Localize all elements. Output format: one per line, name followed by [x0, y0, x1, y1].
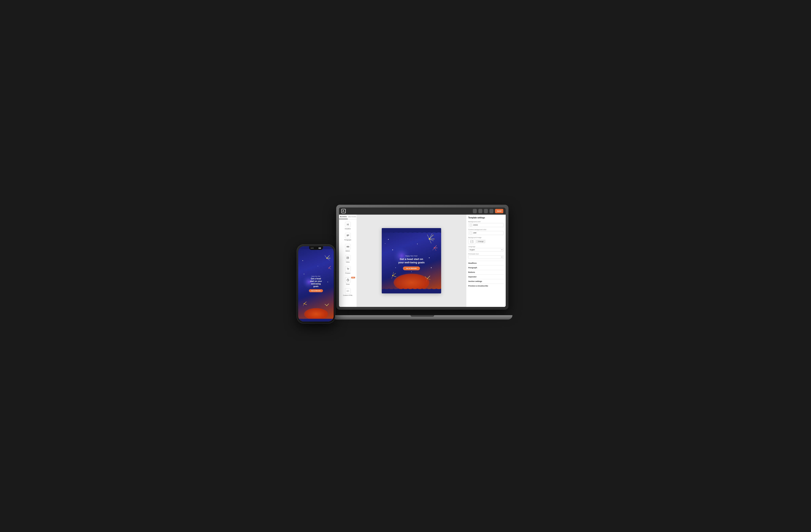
scene: Send BLOCKS SECTIONS H Headline — [296, 205, 515, 328]
svg-point-21 — [433, 234, 434, 235]
paragraph-title: Paragraph — [468, 267, 504, 269]
svg-point-32 — [429, 257, 430, 258]
phone-cta-button[interactable]: Go to Website — [309, 289, 323, 292]
language-label: Language — [468, 246, 504, 247]
pro-badge: PRO — [351, 277, 355, 278]
header-schedule-btn[interactable] — [484, 209, 488, 213]
canvas-area: ✦ ✦ — [357, 215, 466, 307]
svg-point-35 — [431, 267, 432, 268]
content-bg-input[interactable] — [473, 232, 502, 234]
timer-label: Timer — [346, 283, 350, 285]
bg-image-label: Background image — [468, 237, 504, 238]
svg-text:✦: ✦ — [388, 239, 389, 240]
sidebar-item-button[interactable]: Button — [340, 243, 356, 253]
change-image-btn[interactable]: Change — [476, 240, 485, 243]
preheader-label: Preheader text — [468, 253, 504, 255]
button-icon — [345, 244, 351, 249]
app-header: Send — [339, 208, 506, 215]
sidebar-item-video[interactable]: Video — [340, 254, 356, 264]
content-bg-swatch — [470, 232, 472, 234]
svg-line-12 — [348, 280, 349, 280]
tab-blocks[interactable]: BLOCKS — [339, 215, 348, 219]
phone-screen: ✦ — [298, 246, 334, 321]
seperator-title: Seperator — [468, 276, 504, 278]
banner-cta-button[interactable]: Go to Website — [403, 267, 420, 270]
svg-line-19 — [429, 239, 431, 243]
headline-label: Headline — [345, 228, 351, 230]
svg-line-16 — [429, 233, 432, 239]
blocks-sidebar: BLOCKS SECTIONS H Headline — [339, 215, 357, 307]
scallop-bottom — [382, 289, 441, 293]
svg-point-36 — [411, 271, 412, 272]
sidebar-item-html[interactable]: </> Custom HTML — [340, 287, 356, 298]
laptop: Send BLOCKS SECTIONS H Headline — [336, 205, 515, 320]
content-bg-field[interactable] — [468, 231, 504, 235]
app-main: BLOCKS SECTIONS H Headline — [339, 215, 506, 307]
header-preview-btn[interactable] — [473, 209, 477, 213]
product-label: Product — [345, 272, 350, 274]
content-bg-label: Content background color — [468, 229, 504, 230]
phone-banner-title: Get a headstart on yourwell-beinggoals — [310, 277, 322, 288]
svg-line-27 — [434, 248, 436, 250]
header-test-btn[interactable] — [478, 209, 482, 213]
phone-content: Happy New Year! Get a headstart on yourw… — [298, 246, 334, 321]
paragraph-label: Paragraph — [344, 239, 351, 241]
header-save-btn[interactable] — [489, 209, 493, 213]
chevron-down-icon: ▾ — [502, 249, 502, 250]
svg-point-31 — [392, 249, 393, 250]
right-panel: Template settings Background color Conte… — [466, 215, 506, 307]
sidebar-item-product[interactable]: Product — [340, 265, 356, 275]
html-icon: </> — [345, 288, 351, 294]
svg-line-18 — [429, 239, 434, 241]
product-icon — [345, 266, 351, 272]
preview-unsubscribe-title: Preview & Unsubscribe — [468, 285, 504, 287]
sidebar-item-paragraph[interactable]: Paragraph — [340, 232, 356, 242]
section-paragraph[interactable]: Paragraph — [468, 265, 504, 270]
bg-color-input[interactable] — [473, 224, 502, 226]
button-label: Button — [346, 250, 350, 252]
sidebar-item-timer[interactable]: Timer PRO — [340, 276, 356, 286]
section-settings[interactable]: Section settings — [468, 279, 504, 284]
header-send-btn[interactable]: Send — [495, 209, 503, 213]
headlines-title: Headlines — [468, 262, 504, 264]
phone-body: 12:45 ▌▌▌ ✦ — [296, 244, 335, 323]
tab-sections[interactable]: SECTIONS — [348, 215, 356, 219]
section-buttons[interactable]: Buttons — [468, 270, 504, 274]
buttons-title: Buttons — [468, 271, 504, 273]
preheader-select[interactable]: ▾ — [468, 255, 504, 259]
svg-point-20 — [429, 238, 430, 240]
html-label: Custom HTML — [343, 294, 352, 296]
app-logo — [341, 209, 346, 213]
timer-icon — [345, 277, 351, 283]
banner-text: Happy New Year! Get a head start onyour … — [398, 255, 425, 271]
phone: 12:45 ▌▌▌ ✦ — [296, 244, 335, 323]
language-select[interactable]: English ▾ — [468, 248, 504, 252]
laptop-body: Send BLOCKS SECTIONS H Headline — [336, 205, 508, 310]
svg-point-22 — [434, 239, 434, 239]
svg-point-9 — [348, 270, 349, 270]
svg-line-38 — [393, 276, 396, 277]
banner-title: Get a head start onyour well-being goals — [398, 258, 425, 264]
phone-time: 12:45 — [311, 247, 313, 249]
svg-text:✦: ✦ — [385, 243, 385, 244]
svg-line-14 — [429, 235, 433, 239]
bg-color-field[interactable] — [468, 223, 504, 227]
svg-point-8 — [348, 270, 348, 270]
phone-banner-subtitle: Happy New Year! — [311, 276, 320, 277]
section-seperator[interactable]: Seperator — [468, 274, 504, 279]
svg-rect-2 — [347, 235, 349, 235]
sidebar-item-headline[interactable]: H Headline — [340, 221, 356, 231]
svg-line-25 — [434, 245, 437, 248]
video-icon — [345, 255, 351, 261]
svg-point-41 — [392, 275, 393, 276]
image-placeholder — [468, 239, 475, 244]
laptop-screen: Send BLOCKS SECTIONS H Headline — [339, 208, 506, 307]
svg-line-42 — [427, 276, 430, 278]
section-preview-unsubscribe[interactable]: Preview & Unsubscribe — [468, 284, 504, 288]
section-headlines[interactable]: Headlines — [468, 261, 504, 265]
paragraph-icon — [345, 233, 351, 238]
sidebar-items: H Headline Paragraph — [339, 219, 356, 299]
video-label: Video — [346, 261, 350, 263]
language-value: English — [470, 249, 475, 250]
svg-rect-3 — [347, 236, 348, 236]
